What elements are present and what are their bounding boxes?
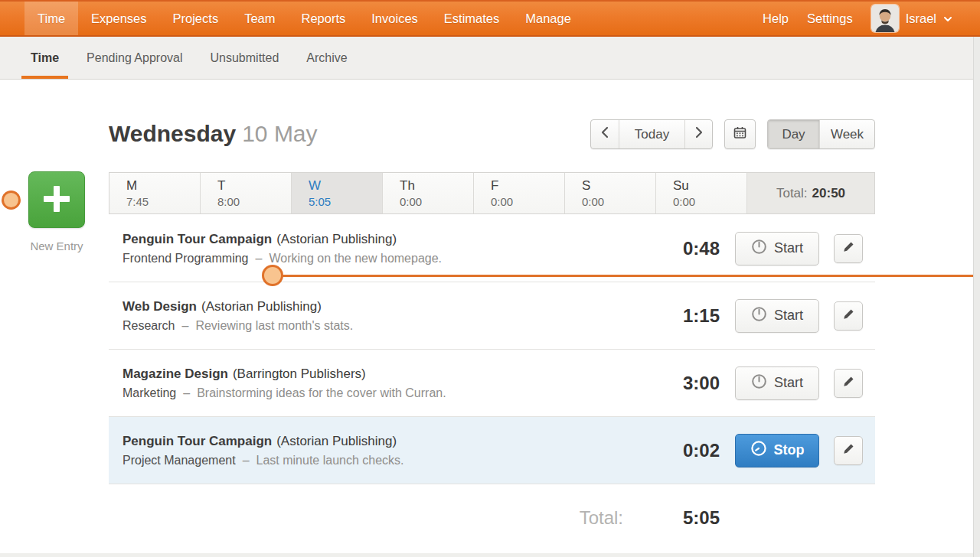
day-total: Total: 5:05: [109, 503, 875, 533]
nav-item-expenses[interactable]: Expenses: [78, 2, 159, 35]
entry-notes: Working on the new homepage.: [269, 252, 442, 265]
day-cell-tuesday[interactable]: T 8:00: [201, 173, 292, 213]
start-timer-button[interactable]: Start: [735, 232, 819, 265]
nav-item-manage[interactable]: Manage: [512, 2, 584, 35]
start-timer-button[interactable]: Start: [735, 366, 819, 400]
timer-button-label: Stop: [774, 442, 805, 458]
clock-icon: [751, 239, 767, 259]
clock-icon: [751, 306, 767, 326]
edit-entry-button[interactable]: [834, 369, 863, 398]
date-header-row: Wednesday10 May Today: [109, 116, 875, 151]
day-cell-wednesday-active[interactable]: W 5:05: [292, 173, 383, 213]
entry-client: (Astorian Publishing): [201, 299, 322, 314]
pencil-icon: [842, 241, 854, 256]
nav-item-invoices[interactable]: Invoices: [358, 2, 431, 35]
user-menu[interactable]: Israel: [871, 5, 952, 32]
entry-notes: Reviewing last month's stats.: [195, 319, 353, 332]
day-cell-monday[interactable]: M 7:45: [109, 173, 201, 213]
subnav-item-time[interactable]: Time: [21, 37, 68, 79]
nav-item-help[interactable]: Help: [763, 11, 789, 26]
subnav-item-pending-approval[interactable]: Pending Approval: [77, 37, 191, 79]
edit-entry-button[interactable]: [834, 436, 863, 465]
entry-row-1: Penguin Tour Campaign(Astorian Publishin…: [109, 215, 875, 282]
entry-info: Penguin Tour Campaign(Astorian Publishin…: [122, 232, 654, 265]
entry-info: Web Design(Astorian Publishing) Research…: [122, 299, 654, 333]
day-cell-thursday[interactable]: Th 0:00: [383, 173, 474, 213]
day-name: Wednesday: [109, 121, 236, 146]
date-nav-group: Today: [590, 119, 713, 149]
day-hours: 0:00: [491, 195, 564, 208]
nav-item-settings[interactable]: Settings: [807, 11, 853, 26]
timer-button-label: Start: [774, 375, 803, 391]
subnav-item-unsubmitted[interactable]: Unsubmitted: [201, 37, 289, 79]
plus-icon: [41, 183, 73, 217]
nav-item-projects[interactable]: Projects: [160, 2, 232, 35]
day-hours: 0:00: [673, 195, 746, 208]
entry-separator: –: [181, 319, 188, 332]
nav-item-reports[interactable]: Reports: [289, 2, 359, 35]
day-cell-sunday[interactable]: Su 0:00: [656, 173, 747, 213]
entry-client: (Astorian Publishing): [276, 434, 397, 448]
entry-info: Penguin Tour Campaign(Astorian Publishin…: [122, 434, 654, 467]
pencil-icon: [842, 376, 854, 390]
day-cell-friday[interactable]: F 0:00: [474, 173, 565, 213]
stop-timer-button[interactable]: Stop: [735, 434, 819, 467]
day-hours: 8:00: [217, 195, 291, 208]
entry-time: 0:02: [654, 440, 720, 461]
entry-actions: 1:15 Start: [654, 299, 863, 333]
calendar-group: [724, 119, 756, 149]
new-entry: New Entry: [28, 171, 85, 252]
entry-project: Magazine Design: [122, 366, 228, 381]
day-cell-saturday[interactable]: S 0:00: [565, 173, 656, 213]
day-total-value: 5:05: [654, 507, 720, 529]
callout-line: [273, 275, 973, 277]
start-timer-button[interactable]: Start: [735, 299, 819, 333]
entry-separator: –: [183, 386, 190, 399]
chevron-down-icon: [943, 11, 952, 25]
day-letter: S: [582, 178, 655, 194]
week-day-strip: M 7:45 T 8:00 W 5:05 Th 0:00 F 0:00 S 0:…: [109, 172, 875, 214]
nav-item-team[interactable]: Team: [231, 2, 288, 35]
scrollbar-track[interactable]: [973, 37, 980, 557]
entry-task: Frontend Programming: [122, 252, 249, 265]
day-letter: F: [491, 178, 564, 194]
pencil-icon: [842, 443, 854, 458]
day-hours: 0:00: [582, 195, 655, 208]
entry-notes: Last minute launch checks.: [256, 454, 404, 467]
next-day-button[interactable]: [684, 120, 712, 148]
week-total-value: 20:50: [812, 186, 845, 201]
entry-task: Research: [122, 319, 175, 332]
day-hours: 0:00: [400, 195, 473, 208]
prev-day-button[interactable]: [591, 120, 619, 148]
top-nav-items: Time Expenses Projects Team Reports Invo…: [24, 2, 584, 35]
nav-item-time[interactable]: Time: [24, 2, 78, 35]
entry-project: Penguin Tour Campaign: [122, 434, 272, 448]
entry-actions: 0:02 Stop: [654, 434, 863, 467]
user-name: Israel: [906, 11, 936, 26]
entry-actions: 3:00 Start: [654, 366, 863, 400]
callout-dot-entry-row: [262, 265, 283, 286]
bottom-strip: [0, 553, 980, 557]
timer-button-label: Start: [774, 308, 803, 324]
clock-icon: [750, 440, 767, 461]
subnav-item-archive[interactable]: Archive: [297, 37, 356, 79]
edit-entry-button[interactable]: [834, 234, 863, 263]
timer-button-label: Start: [774, 240, 803, 256]
callout-dot-new-entry: [2, 191, 21, 210]
nav-item-estimates[interactable]: Estimates: [431, 2, 512, 35]
entry-project: Web Design: [122, 299, 197, 314]
week-view-button[interactable]: Week: [819, 120, 874, 148]
entry-time: 1:15: [654, 305, 720, 327]
week-total: Total: 20:50: [747, 173, 874, 213]
edit-entry-button[interactable]: [834, 301, 863, 331]
day-letter: W: [309, 178, 382, 194]
entry-row-2: Web Design(Astorian Publishing) Research…: [109, 282, 875, 350]
new-entry-button[interactable]: [28, 171, 85, 228]
day-hours: 7:45: [126, 195, 200, 208]
today-button[interactable]: Today: [619, 120, 684, 148]
avatar: [871, 5, 899, 32]
day-view-button[interactable]: Day: [768, 120, 819, 148]
day-letter: Su: [673, 178, 746, 194]
entry-task: Project Management: [122, 454, 236, 467]
calendar-button[interactable]: [725, 120, 755, 148]
